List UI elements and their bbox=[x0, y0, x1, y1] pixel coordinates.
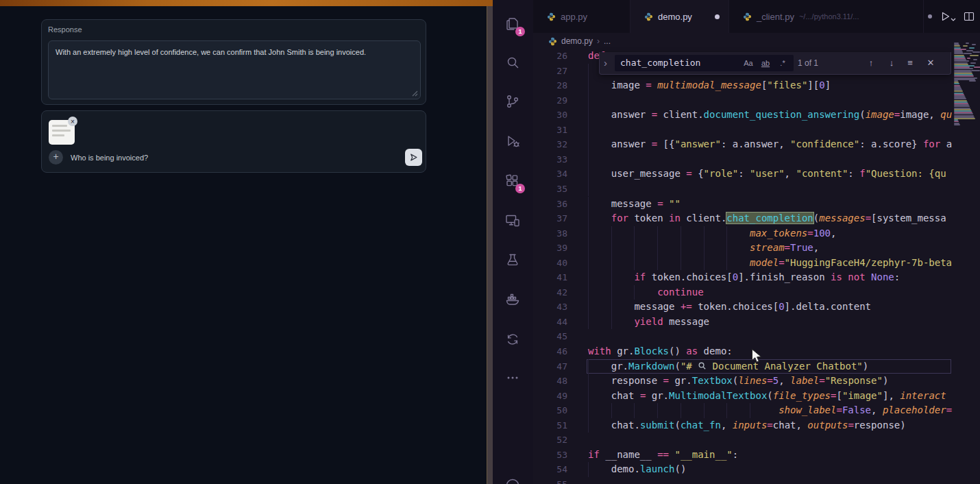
tab-label: _client.py bbox=[757, 12, 794, 22]
tab-demo.py[interactable]: demo.py bbox=[630, 0, 729, 33]
activity-sync[interactable] bbox=[499, 326, 526, 353]
run-python-file-button[interactable] bbox=[940, 11, 956, 22]
code-layer[interactable]: 26def2728 image = multimodal_message["fi… bbox=[533, 49, 980, 484]
code-line[interactable]: show_label=False, placeholder= bbox=[588, 403, 952, 418]
line-number[interactable]: 31 bbox=[533, 123, 567, 138]
code-line[interactable]: chat.submit(chat_fn, inputs=chat, output… bbox=[588, 418, 906, 433]
line-number[interactable]: 54 bbox=[533, 462, 567, 477]
chat-message-input[interactable]: Who is being invoiced? bbox=[71, 154, 148, 162]
minimap-mark bbox=[972, 44, 976, 45]
code-line[interactable]: with gr.Blocks() as demo: bbox=[588, 344, 733, 359]
magnifier-emoji bbox=[698, 361, 707, 370]
activity-docker[interactable] bbox=[499, 286, 526, 313]
line-number[interactable]: 45 bbox=[533, 329, 567, 344]
line-number[interactable]: 38 bbox=[533, 226, 567, 241]
code-line[interactable]: if token.choices[0].finish_reason is not… bbox=[588, 270, 900, 285]
line-number[interactable]: 37 bbox=[533, 211, 567, 226]
minimap[interactable] bbox=[953, 33, 980, 484]
code-line[interactable]: gr.Markdown("# Document Analyzer Chatbot… bbox=[588, 359, 868, 374]
code-line[interactable]: model="HuggingFaceH4/zephyr-7b-beta bbox=[588, 256, 952, 271]
line-number[interactable]: 27 bbox=[533, 64, 567, 79]
line-number[interactable]: 53 bbox=[533, 448, 567, 463]
tab-app.py[interactable]: app.py bbox=[533, 0, 630, 33]
chevron-down-icon bbox=[951, 18, 956, 22]
find-in-selection-button[interactable]: ≡ bbox=[903, 56, 918, 71]
line-number[interactable]: 34 bbox=[533, 167, 567, 182]
line-number[interactable]: 52 bbox=[533, 433, 567, 448]
line-number[interactable]: 42 bbox=[533, 285, 567, 300]
activity-testing[interactable] bbox=[499, 246, 526, 274]
code-line[interactable]: message = "" bbox=[588, 197, 681, 212]
line-number[interactable]: 35 bbox=[533, 182, 567, 197]
line-number[interactable]: 50 bbox=[533, 403, 567, 418]
notification-badge: 1 bbox=[515, 184, 525, 193]
line-number[interactable]: 33 bbox=[533, 152, 567, 167]
line-number[interactable]: 40 bbox=[533, 256, 567, 271]
line-number[interactable]: 49 bbox=[533, 389, 567, 404]
breadcrumb-file[interactable]: demo.py bbox=[561, 36, 593, 46]
code-line[interactable]: user_message = {"role": "user", "content… bbox=[588, 167, 946, 182]
code-line[interactable]: message += token.choices[0].delta.conten… bbox=[588, 300, 871, 315]
thumbnail-close-button[interactable]: × bbox=[68, 117, 77, 126]
line-number[interactable]: 55 bbox=[533, 477, 567, 484]
breadcrumb[interactable]: demo.py › ... bbox=[548, 33, 611, 49]
code-line[interactable]: response = gr.Textbox(lines=5, label="Re… bbox=[588, 374, 888, 389]
send-button[interactable] bbox=[405, 149, 422, 166]
activity-source-control[interactable] bbox=[499, 88, 526, 115]
code-line[interactable]: demo.launch() bbox=[588, 462, 686, 477]
line-number[interactable]: 44 bbox=[533, 315, 567, 330]
run-debug-icon bbox=[504, 133, 521, 149]
line-number[interactable]: 43 bbox=[533, 300, 567, 315]
match-case-toggle[interactable]: Aa bbox=[742, 56, 755, 70]
activity-more[interactable] bbox=[499, 364, 526, 391]
minimap-mark bbox=[970, 55, 979, 56]
code-line[interactable]: answer = client.document_question_answer… bbox=[588, 108, 952, 123]
code-line[interactable]: chat = gr.MultimodalTextbox(file_types=[… bbox=[588, 389, 946, 404]
code-line[interactable]: if __name__ == "__main__": bbox=[588, 448, 738, 463]
line-number[interactable]: 29 bbox=[533, 93, 567, 108]
find-next-button[interactable]: ↓ bbox=[884, 56, 899, 71]
line-number[interactable]: 41 bbox=[533, 270, 567, 285]
code-line[interactable]: max_tokens=100, bbox=[588, 226, 836, 241]
regex-toggle[interactable]: .* bbox=[776, 56, 789, 70]
resize-handle-icon[interactable] bbox=[411, 90, 418, 97]
line-number[interactable]: 26 bbox=[533, 49, 567, 64]
line-number[interactable]: 48 bbox=[533, 374, 567, 389]
whole-word-toggle[interactable]: ab bbox=[759, 56, 772, 70]
tabs-container: app.pydemo.py_client.py~/.../python3.11/… bbox=[533, 0, 924, 33]
window-divider[interactable] bbox=[487, 6, 493, 484]
activity-account[interactable] bbox=[499, 472, 526, 484]
activity-explorer[interactable]: 1 bbox=[499, 10, 526, 38]
find-expand-toggle[interactable]: › bbox=[604, 52, 607, 75]
code-line[interactable]: continue bbox=[588, 285, 704, 300]
sync-icon bbox=[504, 331, 521, 348]
gradio-app-panel: Response With an extremely high level of… bbox=[0, 0, 487, 484]
line-number[interactable]: 36 bbox=[533, 197, 567, 212]
split-editor-icon[interactable] bbox=[964, 11, 975, 22]
find-prev-button[interactable]: ↑ bbox=[863, 56, 879, 71]
python-file-icon bbox=[548, 37, 557, 46]
activity-extensions[interactable]: 1 bbox=[499, 167, 526, 195]
line-number[interactable]: 30 bbox=[533, 108, 567, 123]
code-line[interactable]: stream=True, bbox=[588, 241, 819, 256]
response-textarea[interactable]: With an extremely high level of confiden… bbox=[48, 40, 421, 99]
activity-bar: 11 bbox=[493, 0, 533, 484]
line-number[interactable]: 46 bbox=[533, 344, 567, 359]
activity-search[interactable] bbox=[499, 49, 526, 76]
code-line[interactable]: answer = [{"answer": a.answer, "confiden… bbox=[588, 137, 952, 152]
line-number[interactable]: 28 bbox=[533, 78, 567, 93]
line-number[interactable]: 39 bbox=[533, 241, 567, 256]
code-line[interactable]: for token in client.chat_completion(mess… bbox=[588, 211, 946, 226]
code-line[interactable]: image = multimodal_message["files"][0] bbox=[588, 78, 831, 93]
attach-button[interactable]: + bbox=[49, 150, 63, 165]
find-input[interactable]: chat_completion Aa ab .* bbox=[615, 55, 794, 71]
find-close-button[interactable]: ✕ bbox=[923, 56, 938, 71]
tab-_client.py[interactable]: _client.py~/.../python3.11/... bbox=[729, 0, 924, 33]
line-number[interactable]: 32 bbox=[533, 137, 567, 152]
breadcrumb-more[interactable]: ... bbox=[604, 36, 611, 46]
line-number[interactable]: 51 bbox=[533, 418, 567, 433]
line-number[interactable]: 47 bbox=[533, 359, 567, 374]
code-line[interactable]: yield message bbox=[588, 315, 709, 330]
activity-remote-explorer[interactable] bbox=[499, 207, 526, 234]
activity-run-debug[interactable] bbox=[499, 128, 526, 155]
